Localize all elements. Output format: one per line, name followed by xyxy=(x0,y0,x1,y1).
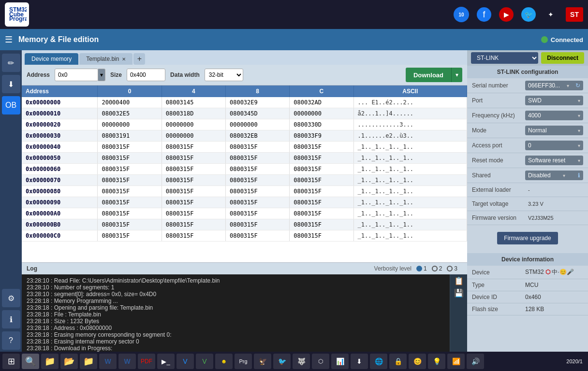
download-button[interactable]: Download xyxy=(406,68,451,82)
cell-address: 0x00000050 xyxy=(22,153,98,164)
type-label: Type xyxy=(472,282,525,288)
tab-template-bin[interactable]: Template.bin ✕ xyxy=(79,53,132,65)
connected-dot xyxy=(541,36,548,43)
taskbar-terminal[interactable]: ▶_ xyxy=(157,354,175,369)
taskbar-app8[interactable]: 📊 xyxy=(331,354,349,369)
cell-c: 0800315F xyxy=(290,142,353,153)
taskbar-app13[interactable]: 💡 xyxy=(428,354,445,369)
topbar-right: 10 f ▶ 🐦 ✦ ST xyxy=(454,7,583,22)
device-info-type: Type MCU xyxy=(467,279,588,291)
mode-value[interactable]: Normal ▾ xyxy=(525,126,583,135)
log-entry: 23:28:18 : Opening and parsing file: Tem… xyxy=(27,304,445,311)
youtube-icon[interactable]: ▶ xyxy=(499,7,514,22)
sidebar-ob-btn[interactable]: OB xyxy=(2,96,20,114)
shared-value[interactable]: Disabled ▾ ℹ xyxy=(525,171,583,180)
sidebar-settings-btn[interactable]: ⚙ xyxy=(2,289,20,307)
taskbar-files2[interactable]: 📂 xyxy=(60,354,78,369)
facebook-icon[interactable]: f xyxy=(477,7,491,22)
cell-address: 0x00000060 xyxy=(22,164,98,175)
taskbar-app11[interactable]: 🔒 xyxy=(389,354,407,369)
firmware-upgrade-button[interactable]: Firmware upgrade xyxy=(497,232,558,244)
verbosity-3[interactable]: 3 xyxy=(447,265,457,272)
taskbar-app7[interactable]: ⬡ xyxy=(312,354,329,369)
verbosity-1[interactable]: 1 xyxy=(416,265,427,272)
verbosity-2-radio[interactable] xyxy=(432,266,438,271)
frequency-value[interactable]: 4000 ▾ xyxy=(525,111,583,120)
page-title: Memory & File edition xyxy=(18,35,541,44)
address-input[interactable] xyxy=(55,69,98,81)
taskbar-app3[interactable]: ☻ xyxy=(215,354,233,369)
port-label: Port xyxy=(472,97,525,104)
cell-0: 0800315F xyxy=(98,142,162,153)
taskbar-app4[interactable]: 🦅 xyxy=(254,354,271,369)
port-dropdown-arrow[interactable]: ▾ xyxy=(578,98,580,103)
hamburger-menu[interactable]: ☰ xyxy=(5,34,13,45)
col-header-c: C xyxy=(290,86,353,97)
tab-add-button[interactable]: + xyxy=(133,53,145,65)
stlink-select[interactable]: ST-LINK xyxy=(471,52,538,64)
device-info-device: Device STM32 ⬡ 中·😊🎤 xyxy=(467,266,588,279)
taskbar-volume[interactable]: 🔊 xyxy=(467,354,484,369)
cell-0: 080032E5 xyxy=(98,108,162,119)
log-copy-btn[interactable]: 📋 xyxy=(454,276,464,285)
log-save-btn[interactable]: 💾 xyxy=(454,288,464,298)
sidebar-info-btn[interactable]: ℹ xyxy=(2,310,20,328)
flash-size-value: 128 KB xyxy=(525,306,583,313)
taskbar-app10[interactable]: 🌐 xyxy=(370,354,387,369)
size-input[interactable] xyxy=(127,69,165,81)
mode-dropdown-arrow[interactable]: ▾ xyxy=(578,128,580,133)
log-section: Log Verbosity level 1 2 3 23:28:10 : Rea… xyxy=(22,262,467,352)
cell-4: 00000000 xyxy=(162,119,225,130)
taskbar-app5[interactable]: 🐦 xyxy=(273,354,291,369)
taskbar-word[interactable]: W xyxy=(99,354,117,369)
access-port-value[interactable]: 0 ▾ xyxy=(525,141,583,150)
network-icon[interactable]: ✦ xyxy=(544,7,558,22)
frequency-dropdown-arrow[interactable]: ▾ xyxy=(578,113,580,118)
disconnect-button[interactable]: Disconnect xyxy=(541,52,584,64)
taskbar-app1[interactable]: V xyxy=(176,354,194,369)
cell-c: 0800315F xyxy=(290,197,353,208)
port-value[interactable]: SWD ▾ xyxy=(525,96,583,105)
reset-mode-value[interactable]: Software reset ▾ xyxy=(525,156,583,165)
log-entry: 23:28:10 : Number of segments: 1 xyxy=(27,284,445,291)
shared-dropdown-arrow[interactable]: ▾ xyxy=(563,173,565,178)
st-logo-icon[interactable]: ST xyxy=(566,7,583,22)
table-row: 0x00000070 0800315F 0800315F 0800315F 08… xyxy=(22,175,467,186)
data-width-select[interactable]: 32-bit 8-bit 16-bit 64-bit xyxy=(205,69,243,81)
taskbar-app9[interactable]: ⬇ xyxy=(351,354,368,369)
taskbar-app12[interactable]: 😊 xyxy=(409,354,426,369)
cell-ascii: _1.._1.._1.._1.. xyxy=(353,230,467,242)
taskbar-word2[interactable]: W xyxy=(118,354,136,369)
sidebar-download-btn[interactable]: ⬇ xyxy=(2,75,20,93)
taskbar-files3[interactable]: 📁 xyxy=(80,354,97,369)
download-dropdown-button[interactable]: ▾ xyxy=(451,68,462,82)
verbosity-3-radio[interactable] xyxy=(447,266,453,271)
firmware-version-label: Firmware version xyxy=(472,214,525,221)
taskbar-prog[interactable]: Prg xyxy=(235,354,252,369)
external-loader-value: - xyxy=(525,186,583,194)
flash-size-label: Flash size xyxy=(472,306,525,313)
access-port-dropdown-arrow[interactable]: ▾ xyxy=(578,143,580,148)
sidebar-help-btn[interactable]: ? xyxy=(2,331,20,350)
taskbar-files[interactable]: 📁 xyxy=(41,354,59,369)
reset-mode-dropdown-arrow[interactable]: ▾ xyxy=(578,158,580,163)
serial-number-value[interactable]: 066EFF30... ▾ ↻ xyxy=(525,81,583,90)
twitter-icon[interactable]: 🐦 xyxy=(521,7,536,22)
taskbar-start[interactable]: ⊞ xyxy=(2,354,20,369)
serial-dropdown-arrow[interactable]: ▾ xyxy=(567,83,569,88)
titlebar: ☰ Memory & File edition Connected xyxy=(0,29,588,50)
verbosity-2[interactable]: 2 xyxy=(432,265,442,272)
taskbar-search[interactable]: 🔍 xyxy=(22,354,39,369)
verbosity-1-radio[interactable] xyxy=(416,266,422,271)
taskbar-pdf[interactable]: PDF xyxy=(138,354,155,369)
config-serial-number: Serial number 066EFF30... ▾ ↻ xyxy=(467,78,588,93)
sidebar-edit-btn[interactable]: ✏ xyxy=(2,54,20,72)
taskbar-app6[interactable]: 🐺 xyxy=(293,354,310,369)
cell-c: 0800315F xyxy=(290,186,353,197)
refresh-icon[interactable]: ↻ xyxy=(575,82,580,89)
address-dropdown[interactable]: ▾ xyxy=(98,69,105,81)
config-shared: Shared Disabled ▾ ℹ xyxy=(467,168,588,183)
tab-device-memory[interactable]: Device memory xyxy=(25,53,78,65)
tab-template-bin-close[interactable]: ✕ xyxy=(122,57,126,62)
taskbar-app2[interactable]: V xyxy=(196,354,213,369)
